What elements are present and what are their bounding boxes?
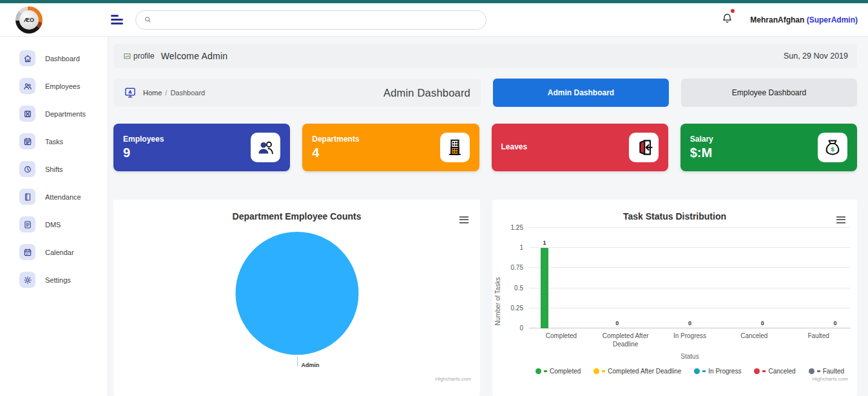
bar-plot-area: 00.250.50.7511.2510000 [529, 228, 851, 328]
bar-value-label: 0 [615, 320, 619, 326]
employee-dashboard-button[interactable]: Employee Dashboard [681, 79, 857, 107]
stat-cards-row: Employees9Departments4LeavesSalary$:M$ [113, 124, 857, 171]
legend-dash [817, 370, 820, 372]
stat-card-employees[interactable]: Employees9 [113, 124, 290, 171]
clock-icon [19, 161, 35, 177]
stat-card-departments[interactable]: Departments4 [302, 124, 479, 171]
stat-card-value: 4 [312, 146, 359, 160]
app-logo[interactable]: ÆO [15, 6, 43, 33]
legend-item-canceled[interactable]: Canceled [754, 368, 795, 375]
page-title: Admin Dashboard [383, 87, 470, 99]
sidebar-item-settings[interactable]: Settings [0, 266, 108, 294]
legend-label: Faulted [823, 368, 844, 375]
stat-card-label: Leaves [501, 142, 528, 151]
breadcrumb-separator: / [165, 89, 167, 97]
search-bar[interactable] [135, 10, 487, 30]
sidebar-item-dms[interactable]: DMS [0, 211, 108, 238]
stat-card-label: Salary [690, 135, 713, 144]
app-logo-text: ÆO [19, 10, 39, 30]
sidebar-item-dashboard[interactable]: Dashboard [0, 44, 108, 72]
sidebar-item-label: Departments [45, 110, 86, 118]
monitor-icon [124, 86, 137, 99]
stat-card-salary[interactable]: Salary$:M$ [680, 124, 857, 171]
sidebar-item-attendance[interactable]: Attendance [0, 183, 108, 211]
y-axis-tick: 0.5 [514, 285, 523, 292]
gridline [529, 267, 851, 268]
y-axis-tick: 0.75 [511, 264, 523, 271]
welcome-bar: profile Welcome Admin Sun, 29 Nov 2019 [113, 44, 857, 68]
gridline [529, 328, 851, 328]
sidebar-item-shifts[interactable]: Shifts [0, 155, 108, 183]
stat-card-value: 9 [123, 146, 164, 160]
x-axis-label: Completed [529, 332, 593, 348]
profile-image-alt: profile [133, 52, 155, 61]
legend-item-completed[interactable]: Completed [535, 368, 581, 375]
legend-item-completed-after-deadline[interactable]: Completed After Deadline [593, 368, 681, 375]
legend-marker [535, 368, 541, 374]
money-bag-icon: $ [818, 133, 847, 162]
breadcrumb-current: Dashboard [170, 89, 205, 97]
gridline [529, 288, 851, 288]
y-axis-tick: 1 [519, 244, 523, 251]
pie-slice-label: Admin [302, 362, 320, 368]
stat-card-label: Departments [312, 135, 359, 144]
welcome-greeting: Welcome Admin [161, 51, 228, 61]
x-axis-label: Canceled [722, 332, 786, 348]
pie-chart-title: Department Employee Counts [113, 211, 480, 222]
legend-marker [593, 368, 599, 374]
bar-completed[interactable] [541, 248, 548, 328]
y-axis-title: Number of Tasks [494, 278, 501, 326]
stat-card-value: $:M [690, 146, 713, 160]
sidebar-item-label: Calendar [45, 249, 74, 256]
pie-slice-admin[interactable] [235, 232, 358, 355]
legend-label: Canceled [768, 368, 795, 375]
gear-icon [19, 272, 35, 288]
notification-dot [731, 9, 735, 13]
highcharts-credit-link[interactable]: Highcharts.com [435, 376, 471, 382]
sidebar-item-label: Attendance [45, 193, 81, 201]
search-icon [144, 15, 152, 24]
stat-card-leaves[interactable]: Leaves [492, 124, 668, 171]
x-axis-label: In Progress [658, 332, 722, 348]
y-axis-tick: 0 [519, 325, 523, 332]
tasks-icon [19, 133, 35, 149]
legend-label: Completed After Deadline [608, 368, 681, 375]
x-axis-labels: CompletedCompleted After DeadlineIn Prog… [529, 332, 851, 348]
main-content: profile Welcome Admin Sun, 29 Nov 2019 H… [108, 37, 868, 396]
sidebar-item-label: Employees [45, 82, 80, 90]
legend-item-faulted[interactable]: Faulted [809, 368, 844, 375]
document-icon [19, 216, 35, 232]
user-role: (SuperAdmin) [807, 15, 858, 24]
gridline [529, 247, 851, 248]
admin-dashboard-button[interactable]: Admin Dashboard [493, 79, 669, 107]
sidebar-item-label: DMS [45, 221, 61, 229]
bar-value-label: 1 [543, 240, 546, 246]
chart-context-menu-icon[interactable] [836, 216, 845, 225]
legend-marker [809, 368, 815, 374]
search-input[interactable] [157, 15, 478, 24]
legend-item-in-progress[interactable]: In Progress [694, 368, 741, 375]
sidebar-item-label: Tasks [45, 138, 63, 146]
legend-label: In Progress [708, 368, 741, 375]
calendar-icon [19, 244, 35, 260]
y-axis-tick: 1.25 [511, 224, 523, 231]
notifications-button[interactable] [721, 12, 733, 28]
employees-card-icon [251, 133, 280, 162]
sidebar-item-departments[interactable]: Departments [0, 100, 108, 127]
legend-marker [694, 368, 700, 374]
bar-value-label: 0 [688, 320, 691, 326]
svg-text:$: $ [831, 146, 834, 153]
sidebar-item-tasks[interactable]: Tasks [0, 127, 108, 155]
disk-icon [19, 106, 35, 122]
bell-icon [721, 12, 733, 25]
pie-chart-card: Department Employee Counts Admin Highcha… [113, 200, 480, 396]
breadcrumb: Home / Dashboard Admin Dashboard [113, 79, 481, 107]
breadcrumb-home-link[interactable]: Home [143, 89, 162, 97]
y-axis-tick: 0.25 [511, 305, 523, 312]
sidebar-item-employees[interactable]: Employees [0, 72, 108, 100]
highcharts-credit-link[interactable]: Highcharts.com [812, 376, 848, 382]
user-menu[interactable]: MehranAfghan (SuperAdmin) [750, 15, 858, 24]
stat-card-label: Employees [123, 135, 164, 144]
sidebar-item-calendar[interactable]: Calendar [0, 238, 108, 266]
menu-toggle-icon[interactable] [111, 15, 124, 24]
